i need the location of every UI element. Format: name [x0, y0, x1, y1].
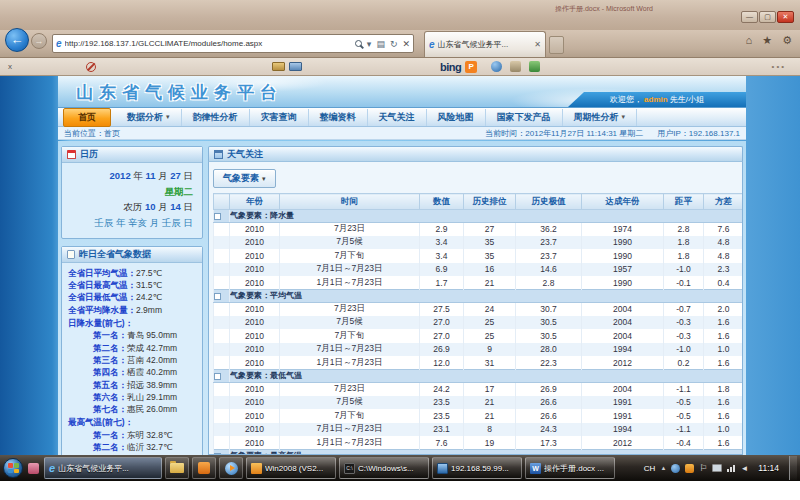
tab-title[interactable]: 山东省气候业务平... [438, 39, 533, 50]
table-cell: 7.6 [704, 222, 744, 236]
group-expand-cell[interactable] [214, 290, 230, 303]
nav-item-1[interactable]: 数据分析▾ [116, 109, 182, 126]
chevron-down-icon[interactable]: ▾ [367, 39, 372, 49]
section-title: 日降水量(前七)： [68, 317, 199, 329]
home-icon[interactable]: ⌂ [746, 34, 753, 47]
tab-close-icon[interactable]: ✕ [534, 40, 541, 49]
close-button[interactable]: ✕ [777, 11, 794, 23]
pinned-app-icon[interactable] [28, 463, 39, 474]
group-row[interactable]: 气象要素：降水量 [214, 210, 744, 223]
table-row[interactable]: 20101月1日～7月23日12.03122.320120.21.6 [214, 356, 744, 370]
group-expand-cell[interactable] [214, 210, 230, 223]
browser-tab[interactable]: e 山东省气候业务平... ✕ [424, 31, 546, 57]
settings-gear-icon[interactable]: ⚙ [782, 34, 792, 47]
stop-icon[interactable]: ✕ [402, 39, 410, 49]
card-icon[interactable] [272, 62, 285, 71]
addon-icon[interactable] [529, 61, 540, 72]
stat-line: 全省日最高气温：31.5℃ [68, 279, 199, 291]
nav-item-4[interactable]: 整编资料 [309, 109, 368, 126]
taskbar-app-button[interactable] [192, 457, 216, 479]
group-row[interactable]: 气象要素：最低气温 [214, 370, 744, 383]
chevron-down-icon: ▾ [262, 175, 266, 183]
tool-icon[interactable] [510, 61, 521, 72]
taskbar-window-button-2[interactable]: 192.168.59.99... [432, 457, 522, 479]
expand-icon[interactable] [214, 373, 221, 380]
table-cell: 35 [464, 236, 516, 250]
p-badge-icon[interactable]: P [465, 61, 477, 73]
header-expand-column [214, 194, 230, 210]
table-row[interactable]: 20101月1日～7月23日7.61917.32012-0.41.6 [214, 436, 744, 450]
table-cell: 25 [464, 316, 516, 330]
taskbar-clock[interactable]: 11:14 [758, 463, 779, 473]
nav-item-7[interactable]: 国家下发产品 [486, 109, 563, 126]
table-row[interactable]: 20107月下旬27.02530.52004-0.31.6 [214, 329, 744, 343]
search-icon[interactable] [355, 40, 362, 47]
maximize-button[interactable]: ▢ [759, 11, 776, 23]
nav-item-6[interactable]: 风险地图 [427, 109, 486, 126]
taskbar-ie-button[interactable]: e 山东省气候业务平... [44, 457, 162, 479]
speaker-icon[interactable]: ◄ [740, 464, 748, 473]
network-globe-icon[interactable] [671, 464, 680, 473]
table-row[interactable]: 20107月1日～7月23日26.9928.01994-1.01.0 [214, 343, 744, 357]
taskbar-explorer-button[interactable] [165, 457, 189, 479]
table-cell: -0.5 [664, 396, 704, 410]
compatibility-view-icon[interactable]: ▤ [376, 39, 385, 49]
taskbar-media-player-button[interactable] [219, 457, 243, 479]
mail-icon[interactable] [289, 62, 302, 71]
table-cell: 25 [464, 329, 516, 343]
url-text[interactable]: http://192.168.137.1/GLCCLIMATE/modules/… [65, 39, 355, 48]
table-row[interactable]: 20107月23日27.52430.72004-0.72.0 [214, 302, 744, 316]
table-row[interactable]: 20107月1日～7月23日23.1824.31994-1.11.0 [214, 423, 744, 437]
bing-logo[interactable]: bing [440, 61, 461, 73]
ime-indicator[interactable]: CH [644, 464, 656, 473]
table-row[interactable]: 20107月下旬23.52126.61991-0.51.6 [214, 409, 744, 423]
taskbar-window-button-3[interactable]: W操作手册.docx ... [525, 457, 615, 479]
panel-grid-icon [214, 150, 223, 159]
table-row[interactable]: 20107月5候23.52126.61991-0.51.6 [214, 396, 744, 410]
new-tab-button[interactable] [549, 36, 564, 54]
close-toolbar-button[interactable]: x [8, 62, 12, 71]
table-cell: 27.5 [420, 302, 464, 316]
minimize-button[interactable]: — [741, 11, 758, 23]
nav-item-8[interactable]: 周期性分析▾ [563, 109, 638, 126]
taskbar-window-button-0[interactable]: Win2008 (VS2... [246, 457, 336, 479]
more-options[interactable]: ••• [772, 62, 786, 71]
row-select-cell [214, 249, 230, 263]
refresh-icon[interactable]: ↻ [390, 39, 398, 49]
forward-button[interactable]: → [31, 33, 47, 49]
table-row[interactable]: 20107月23日2.92736.219742.87.6 [214, 222, 744, 236]
display-icon[interactable] [712, 464, 722, 472]
show-desktop-button[interactable] [789, 456, 797, 480]
table-row[interactable]: 20107月5候3.43523.719901.84.8 [214, 236, 744, 250]
back-button[interactable]: ← [5, 28, 29, 52]
table-cell: 1.0 [704, 343, 744, 357]
table-cell: 7月5候 [280, 236, 420, 250]
nav-item-3[interactable]: 灾害查询 [250, 109, 309, 126]
rank-item: 第五名：招远 38.9mm [68, 379, 199, 391]
nav-item-5[interactable]: 天气关注 [368, 109, 427, 126]
table-row[interactable]: 20107月23日24.21726.92004-1.11.8 [214, 382, 744, 396]
table-row[interactable]: 20101月1日～7月23日1.7212.81990-0.10.4 [214, 276, 744, 290]
expand-icon[interactable] [214, 213, 221, 220]
network-signal-icon[interactable] [727, 465, 735, 472]
table-row[interactable]: 20107月下旬3.43523.719901.84.8 [214, 249, 744, 263]
table-cell: 1.8 [664, 249, 704, 263]
start-button[interactable] [3, 458, 23, 478]
table-row[interactable]: 20107月1日～7月23日6.91614.61957-1.02.3 [214, 263, 744, 277]
nav-item-2[interactable]: 韵律性分析 [182, 109, 250, 126]
table-cell: 7月23日 [280, 382, 420, 396]
expand-icon[interactable] [214, 293, 221, 300]
group-expand-cell[interactable] [214, 370, 230, 383]
security-shield-icon[interactable] [685, 464, 694, 473]
address-bar[interactable]: e http://192.168.137.1/GLCCLIMATE/module… [52, 34, 414, 53]
taskbar-window-button-1[interactable]: C:\C:\Windows\s... [339, 457, 429, 479]
group-row[interactable]: 气象要素：平均气温 [214, 290, 744, 303]
table-row[interactable]: 20107月5候27.02530.52004-0.31.6 [214, 316, 744, 330]
favorites-star-icon[interactable]: ★ [762, 34, 772, 47]
globe-icon[interactable] [491, 61, 502, 72]
table-cell: 3.4 [420, 236, 464, 250]
nav-item-0[interactable]: 首页 [63, 108, 111, 127]
hidden-icons-arrow[interactable]: ▲ [660, 465, 666, 471]
action-center-flag-icon[interactable]: ⚐ [699, 463, 707, 473]
element-filter-button[interactable]: 气象要素 ▾ [213, 169, 276, 188]
